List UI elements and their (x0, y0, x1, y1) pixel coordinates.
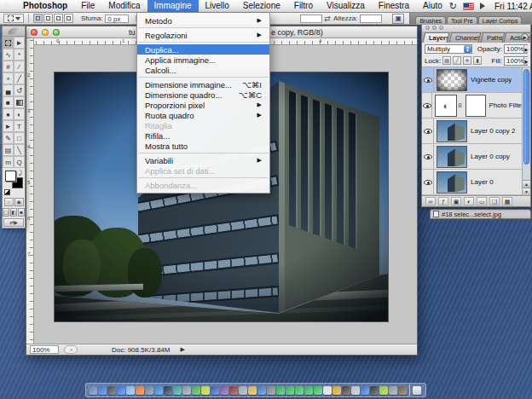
dock-icon-6[interactable] (136, 386, 144, 395)
type-tool[interactable]: T (14, 120, 25, 132)
palette-menu-button[interactable]: ▶ (521, 33, 529, 41)
layer-thumbnail[interactable] (437, 69, 467, 91)
shape-tool[interactable]: □ (14, 132, 25, 144)
menu-selezione[interactable]: Selezione (236, 0, 287, 12)
dock-icon-11[interactable] (182, 386, 191, 395)
visibility-toggle[interactable] (422, 93, 432, 118)
menu-photoshop[interactable]: Photoshop (16, 0, 74, 12)
menu-item-applica-immagine-[interactable]: Applica immagine... (137, 55, 269, 65)
minimize-button[interactable] (42, 29, 49, 36)
dock-icon-3[interactable] (107, 386, 116, 395)
layers-scrollbar[interactable]: ▲ ▼ (522, 67, 530, 195)
opacity-field[interactable]: 100%▶ (504, 44, 528, 54)
brush-tool[interactable]: ╱ (14, 72, 25, 84)
scroll-up-arrow[interactable]: ▲ (523, 180, 530, 188)
dock-icon-23[interactable] (295, 386, 304, 395)
layer-thumbnail[interactable] (437, 120, 467, 142)
file-browser-button[interactable]: ▣ (392, 14, 404, 24)
dodge-tool[interactable]: ◐ (14, 108, 25, 120)
dock-icon-34[interactable] (398, 386, 407, 395)
close-button[interactable] (31, 29, 38, 36)
trash-icon[interactable] (413, 386, 421, 395)
dock-icon-26[interactable] (323, 386, 332, 395)
visibility-toggle[interactable] (422, 144, 434, 169)
sync-icon[interactable]: ↻ (449, 1, 457, 12)
scroll-down-arrow[interactable]: ▼ (523, 188, 530, 195)
layer-thumbnail[interactable] (437, 146, 467, 168)
width-input[interactable] (300, 14, 322, 23)
subtract-selection-mode-button[interactable] (54, 14, 63, 23)
dock-icon-32[interactable] (379, 386, 388, 395)
layer-name[interactable]: Photo Filte... (489, 101, 522, 109)
menu-item-duplica-[interactable]: Duplica... (137, 44, 269, 55)
menu-item-calcoli-[interactable]: Calcoli... (137, 65, 269, 75)
visibility-toggle[interactable] (422, 170, 434, 194)
dock-icon-12[interactable] (192, 386, 200, 395)
dock-icon-16[interactable] (229, 386, 238, 395)
menu-file[interactable]: File (74, 0, 101, 12)
layer-name[interactable]: Layer 0 (471, 178, 494, 186)
tab-paths[interactable]: Paths (480, 32, 505, 43)
zoom-level-field[interactable]: 100% (30, 345, 59, 354)
dock-icon-24[interactable] (304, 386, 313, 395)
menu-item-proporzioni-pixel[interactable]: Proporzioni pixel▶ (137, 100, 269, 110)
notes-tool[interactable]: ▤ (3, 144, 14, 156)
menu-aiuto[interactable]: Aiuto (416, 0, 449, 12)
new-layer-icon[interactable]: ❏ (489, 197, 500, 205)
slice-tool[interactable]: ∕ (14, 61, 25, 72)
vertical-ruler[interactable]: 234567 (26, 38, 34, 344)
input-language-flag-icon[interactable] (463, 3, 474, 10)
menu-item-mostra-tutto[interactable]: Mostra tutto (137, 141, 269, 151)
crop-tool[interactable]: # (3, 61, 14, 72)
dock-icon-2[interactable] (98, 386, 107, 395)
layer-row-layer0-copy[interactable]: Layer 0 copy (422, 144, 530, 170)
palette-well-tab-tool-presets[interactable]: Tool Pre (447, 16, 477, 24)
foreground-color-swatch[interactable] (5, 171, 16, 182)
layer-row-layer0-copy2[interactable]: Layer 0 copy 2 (422, 119, 530, 144)
standard-mode-button[interactable]: ○ (4, 198, 14, 206)
dock-icon-30[interactable] (361, 386, 369, 395)
history-brush-tool[interactable]: ↺ (14, 84, 25, 96)
dock-icon-33[interactable] (389, 386, 397, 395)
scrollbar-thumb[interactable] (523, 69, 529, 165)
status-menu-arrow[interactable]: ▶ (180, 346, 184, 353)
dock-icon-31[interactable] (370, 386, 379, 395)
delete-layer-icon[interactable]: ▦ (502, 197, 512, 205)
zoom-tool[interactable]: Q (14, 156, 25, 168)
blur-tool[interactable]: ● (3, 108, 14, 120)
hand-tool[interactable]: m (3, 156, 14, 168)
dock-icon-7[interactable] (145, 386, 153, 395)
layer-style-icon[interactable]: ƒ (438, 197, 448, 205)
menu-item-dimensione-immagine-[interactable]: Dimensione immagine...⌥⌘I (137, 79, 269, 90)
move-tool[interactable]: ► (14, 37, 25, 49)
menu-visualizza[interactable]: Visualizza (320, 0, 372, 12)
menu-item-dimensione-quadro-[interactable]: Dimensione quadro...⌥⌘C (137, 90, 269, 100)
add-selection-mode-button[interactable] (43, 14, 53, 23)
menu-filtro[interactable]: Filtro (287, 0, 320, 12)
quick-mask-mode-button[interactable]: ◉ (14, 198, 24, 206)
menu-bar-clock[interactable]: Fri 11:42 AM (494, 2, 532, 11)
menu-item-regolazioni[interactable]: Regolazioni▶ (137, 30, 269, 40)
layer-name[interactable]: Layer 0 copy (471, 153, 510, 160)
intersect-selection-mode-button[interactable] (64, 14, 73, 23)
fullscreen-mode-button[interactable]: ■ (18, 208, 25, 217)
collapsed-window-titlebar[interactable]: #18 selec...select.jpg (430, 209, 531, 219)
magic-wand-tool[interactable]: * (14, 49, 25, 61)
zoom-window-button[interactable] (53, 29, 60, 36)
dock-icon-20[interactable] (267, 386, 275, 395)
eraser-tool[interactable]: ■ (3, 96, 14, 108)
standard-screen-mode-button[interactable]: ▢ (3, 208, 9, 217)
dock-icon-19[interactable] (257, 386, 266, 395)
height-input[interactable] (360, 14, 382, 23)
fill-field[interactable]: 100%▶ (504, 56, 528, 66)
menu-immagine[interactable]: Immagine (147, 0, 199, 12)
menu-modifica[interactable]: Modifica (101, 0, 147, 12)
eyedropper-tool[interactable]: ╲ (14, 144, 25, 156)
gradient-tool[interactable] (14, 96, 25, 108)
tab-channels[interactable]: Channels (449, 32, 482, 43)
dock-icon-28[interactable] (342, 386, 350, 395)
swap-colors-icon[interactable]: ⤸ (19, 170, 22, 176)
dock-icon-4[interactable] (117, 386, 125, 395)
palette-well-tab-layer-comps[interactable]: Layer Comps (478, 16, 523, 24)
dock-icon-27[interactable] (332, 386, 341, 395)
